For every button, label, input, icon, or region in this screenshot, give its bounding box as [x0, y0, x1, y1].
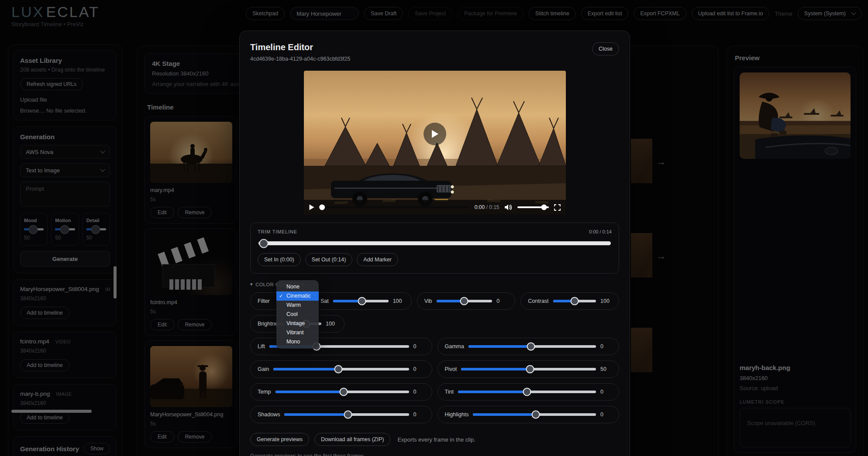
play-icon [431, 130, 439, 138]
slider-track[interactable] [553, 300, 596, 302]
seek-bar[interactable] [320, 206, 469, 208]
play-icon[interactable] [309, 204, 314, 210]
close-button[interactable]: Close [592, 42, 619, 55]
slider-label: Temp [258, 389, 271, 395]
download-frames-button[interactable]: Download all frames (ZIP) [314, 433, 391, 446]
add-marker-button[interactable]: Add Marker [357, 253, 398, 266]
slider-label: Gain [258, 366, 269, 372]
slider-value: 0 [413, 366, 425, 372]
timeline-editor-modal: Timeline Editor 4cd4639e-18ba-4129-a04c-… [239, 31, 630, 456]
set-in-button[interactable]: Set In (0:00) [258, 253, 301, 266]
gain-slider: Gain 0 [250, 360, 432, 378]
filter-option-cinematic[interactable]: ✓ Cinematic [276, 291, 319, 301]
slider-label: Lift [258, 343, 265, 350]
slider-label: Vib [424, 298, 432, 304]
duration: 0:15 [489, 204, 499, 210]
saturation-slider: Sat 100 [313, 292, 412, 310]
slider-value: 100 [393, 298, 404, 304]
shadows-slider: Shadows 0 [250, 406, 432, 423]
volume-icon[interactable] [505, 204, 512, 210]
slider-label: Shadows [258, 411, 280, 418]
filter-option-cool[interactable]: Cool [276, 310, 319, 319]
filter-option-none[interactable]: None [276, 282, 319, 291]
highlights-slider: Highlights 0 [437, 406, 620, 423]
set-out-button[interactable]: Set Out (0:14) [305, 253, 353, 266]
vibrance-slider: Vib 0 [417, 292, 516, 310]
player-controls: 0:00 / 0:15 [304, 200, 566, 215]
video-player[interactable]: 0:00 / 0:15 [304, 71, 566, 215]
temperature-slider: Temp 0 [250, 383, 432, 401]
slider-value: 0 [413, 343, 425, 350]
clip-id: 4cd4639e-18ba-4129-a04c-c963cbfd3f25 [250, 56, 619, 62]
slider-value: 0 [496, 298, 508, 304]
slider-value: 0 [413, 411, 425, 418]
slider-label: Contrast [528, 298, 548, 304]
modal-title: Timeline Editor [250, 42, 619, 52]
time-separator: / [486, 204, 487, 210]
slider-track[interactable] [437, 300, 493, 302]
gamma-slider: Gamma 0 [437, 338, 620, 355]
contrast-slider: Contrast 100 [520, 292, 619, 310]
filter-option-label: Cinematic [286, 293, 311, 299]
trim-slider[interactable] [258, 241, 611, 245]
slider-track[interactable] [468, 345, 596, 348]
slider-value: 100 [326, 321, 337, 327]
slider-label: Gamma [445, 343, 464, 350]
check-icon: ✓ [279, 291, 283, 301]
slider-track[interactable] [284, 413, 409, 416]
slider-value: 0 [600, 411, 612, 418]
fullscreen-icon[interactable] [554, 204, 561, 211]
slider-label: Highlights [445, 411, 469, 418]
slider-value: 0 [413, 389, 425, 395]
filter-dropdown-menu: None ✓ Cinematic Warm Cool Vintage Vibra… [276, 280, 319, 349]
slider-track[interactable] [461, 368, 596, 370]
slider-value: 0 [600, 389, 612, 395]
tint-slider: Tint 0 [437, 383, 620, 401]
slider-track[interactable] [458, 391, 596, 393]
filter-label: Filter [258, 298, 270, 304]
filter-option-warm[interactable]: Warm [276, 301, 319, 310]
volume-slider[interactable] [517, 206, 549, 208]
slider-value: 0 [600, 343, 612, 350]
trim-timeline-section: TRIM TIMELINE 0:00 / 0:14 Set In (0:00) … [250, 223, 619, 274]
slider-value: 50 [600, 366, 612, 372]
time-display: 0:00 / 0:15 [475, 204, 499, 210]
current-time: 0:00 [475, 204, 485, 210]
zip-hint: Exports every frame in the clip. [397, 436, 475, 443]
collapse-caret-icon: ▾ [250, 281, 253, 287]
previews-hint: Generate previews to see the first three… [250, 453, 619, 456]
generate-previews-button[interactable]: Generate previews [250, 433, 309, 446]
slider-value: 100 [600, 298, 612, 304]
filter-option-vintage[interactable]: Vintage [276, 319, 319, 328]
slider-track[interactable] [333, 300, 389, 302]
slider-label: Pivot [445, 366, 457, 372]
slider-label: Tint [445, 389, 454, 395]
trim-label: TRIM TIMELINE [258, 229, 297, 234]
trim-range: 0:00 / 0:14 [589, 229, 612, 234]
filter-option-mono[interactable]: Mono [276, 337, 319, 346]
filter-option-vibrant[interactable]: Vibrant [276, 328, 319, 337]
slider-track[interactable] [276, 391, 409, 393]
slider-track[interactable] [473, 413, 596, 416]
pivot-slider: Pivot 50 [437, 360, 620, 378]
big-play-button[interactable] [424, 123, 446, 145]
slider-label: Sat [320, 298, 329, 304]
slider-track[interactable] [273, 368, 409, 370]
